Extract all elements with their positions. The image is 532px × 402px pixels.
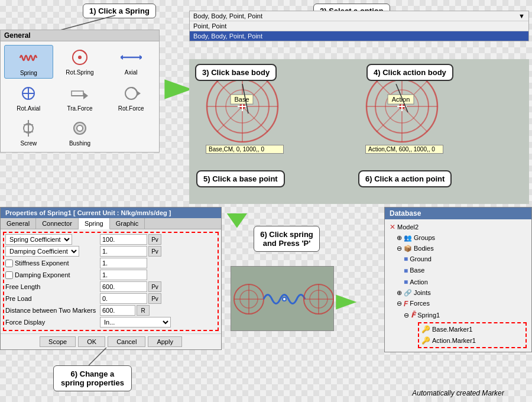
pre-load-input[interactable] bbox=[100, 293, 147, 304]
axial-icon bbox=[121, 47, 142, 68]
scope-btn[interactable]: Scope bbox=[40, 336, 76, 347]
dropdown-arrow: ▼ bbox=[518, 12, 525, 20]
ok-btn[interactable]: OK bbox=[78, 336, 105, 347]
damp-exp-input[interactable] bbox=[100, 270, 147, 280]
rot-axial-icon bbox=[18, 83, 39, 104]
tool-rot-force[interactable]: Rot.Force bbox=[106, 81, 155, 114]
rot-force-label: Rot.Force bbox=[118, 105, 144, 112]
tab-spring[interactable]: Spring bbox=[79, 218, 110, 229]
screw-icon bbox=[18, 118, 39, 139]
damp-coeff-pv[interactable]: Pv bbox=[148, 246, 161, 257]
joints-icon: 🔗 bbox=[404, 288, 412, 299]
free-length-input[interactable] bbox=[100, 281, 147, 292]
rot-spring-label: Rot.Spring bbox=[66, 69, 93, 76]
tool-spring[interactable]: Spring bbox=[4, 45, 53, 79]
props-footer: Scope OK Cancel Apply bbox=[1, 333, 221, 349]
ground-icon: ■ bbox=[404, 254, 408, 265]
svg-marker-6 bbox=[121, 55, 123, 60]
tra-force-icon bbox=[69, 83, 90, 104]
spring1-expand-icon: ⊖ bbox=[404, 310, 409, 321]
tab-general[interactable]: General bbox=[1, 218, 36, 229]
action-icon: ■ bbox=[404, 277, 408, 288]
step1-label: 1) Click a Spring bbox=[89, 7, 150, 15]
action-marker-icon: 🔑 bbox=[421, 335, 430, 346]
svg-marker-11 bbox=[83, 92, 88, 99]
rot-axial-label: Rot.Axial bbox=[17, 105, 40, 112]
stiff-exp-check[interactable] bbox=[5, 260, 13, 267]
dropdown-area: Body, Body, Point, Point ▼ Point, Point … bbox=[189, 11, 529, 41]
groups-icon: 👥 bbox=[404, 233, 412, 244]
general-panel-title: General bbox=[1, 30, 159, 41]
top-section: 1) Click a Spring 2) Select a option Gen… bbox=[0, 0, 532, 201]
damp-exp-label: Damping Exponent bbox=[5, 271, 100, 279]
damp-exp-check[interactable] bbox=[5, 271, 13, 279]
tool-axial[interactable]: Axial bbox=[106, 45, 155, 79]
svg-marker-5 bbox=[140, 55, 142, 60]
prop-row-force-display: Force Display In... bbox=[5, 317, 216, 328]
cancel-btn[interactable]: Cancel bbox=[108, 336, 145, 347]
pre-load-label: Pre Load bbox=[5, 295, 100, 302]
spring1-icon: F̄ bbox=[411, 310, 416, 321]
apply-btn[interactable]: Apply bbox=[148, 336, 182, 347]
arrow-right-3: ► bbox=[329, 288, 364, 313]
tool-grid: Spring Rot.Spring Axial bbox=[1, 41, 159, 152]
svg-point-3 bbox=[78, 56, 82, 59]
db-base: ■ Base bbox=[390, 265, 527, 277]
bottom-section: ▼ Properties of Spring1 [ Current Unit :… bbox=[0, 201, 532, 402]
db-action: ■ Action bbox=[390, 277, 527, 288]
tool-bushing[interactable]: Bushing bbox=[56, 116, 105, 148]
step5-label: 5) Click a base point bbox=[203, 174, 278, 183]
step6c-callout: 6) Change aspring properties bbox=[53, 365, 132, 391]
distance-input[interactable] bbox=[100, 305, 135, 316]
dropdown-row-3: Body, Body, Point, Point bbox=[190, 31, 528, 41]
props-tabs: General Connector Spring Graphic bbox=[1, 218, 221, 229]
force-display-label: Force Display bbox=[5, 319, 100, 326]
step6b-callout: 6) Click springand Press 'P' bbox=[254, 226, 320, 252]
damp-coeff-input[interactable] bbox=[100, 246, 147, 257]
tab-graphic[interactable]: Graphic bbox=[110, 218, 145, 229]
force-display-dropdown[interactable]: In... bbox=[100, 317, 171, 328]
free-length-label: Free Length bbox=[5, 283, 100, 290]
tool-rot-spring[interactable]: Rot.Spring bbox=[56, 45, 105, 79]
spring-diagram-svg bbox=[231, 267, 335, 332]
db-tree: ✕ Model2 ⊕ 👥 Groups ⊖ 📦 Bodies ■ Ground … bbox=[385, 219, 531, 352]
pre-load-pv[interactable]: Pv bbox=[148, 293, 161, 304]
properties-panel: Properties of Spring1 [ Current Unit : N… bbox=[0, 207, 222, 350]
tool-rot-axial[interactable]: Rot.Axial bbox=[4, 81, 53, 114]
distance-label: Distance between Two Markers bbox=[5, 307, 100, 314]
damp-coeff-dropdown[interactable]: Damping Coefficient bbox=[5, 246, 79, 257]
spring-diagram bbox=[231, 266, 334, 331]
prop-row-distance: Distance between Two Markers R bbox=[5, 305, 216, 316]
db-ground: ■ Ground bbox=[390, 254, 527, 265]
svg-marker-14 bbox=[137, 91, 141, 96]
spring-coeff-pv[interactable]: Pv bbox=[148, 234, 161, 245]
dropdown-option-1: Body, Body, Point, Point bbox=[193, 12, 518, 20]
spring-coeff-dropdown[interactable]: Spring Coefficient bbox=[5, 234, 72, 245]
dropdown-row-1: Body, Body, Point, Point ▼ bbox=[190, 11, 528, 21]
prop-row-pre-load: Pre Load Pv bbox=[5, 293, 216, 304]
step3-bubble: 3) Click base body bbox=[195, 64, 277, 81]
free-length-pv[interactable]: Pv bbox=[148, 281, 161, 292]
tool-tra-force[interactable]: Tra.Force bbox=[56, 81, 105, 114]
db-base-marker1: 🔑 Base.Marker1 bbox=[421, 324, 523, 335]
distance-r-btn[interactable]: R bbox=[137, 305, 150, 316]
svg-point-20 bbox=[77, 125, 83, 131]
stiff-exp-input[interactable] bbox=[100, 258, 147, 268]
step1-callout: 1) Click a Spring bbox=[83, 4, 156, 18]
step6b-area: 6) Click springand Press 'P' bbox=[236, 226, 337, 252]
props-body: Spring Coefficient Pv Damping Coefficien… bbox=[1, 229, 221, 333]
general-panel: General Spring Rot.Spring bbox=[0, 30, 160, 153]
spring-coeff-label: Spring Coefficient bbox=[5, 234, 100, 245]
base-icon: ■ bbox=[404, 265, 408, 277]
db-model2: ✕ Model2 bbox=[390, 222, 527, 233]
dropdown-row-2: Point, Point bbox=[190, 21, 528, 31]
spring-label: Spring bbox=[20, 70, 37, 76]
spring-coeff-input[interactable] bbox=[100, 234, 147, 245]
axial-label: Axial bbox=[125, 69, 138, 76]
prop-row-damp-exp: Damping Exponent bbox=[5, 270, 216, 280]
tool-screw[interactable]: Screw bbox=[4, 116, 53, 148]
tab-connector[interactable]: Connector bbox=[36, 218, 79, 229]
bodies-expand-icon: ⊖ bbox=[397, 244, 402, 254]
bodies-icon: 📦 bbox=[404, 244, 412, 254]
stiff-exp-label: Stiffness Exponent bbox=[5, 260, 100, 267]
